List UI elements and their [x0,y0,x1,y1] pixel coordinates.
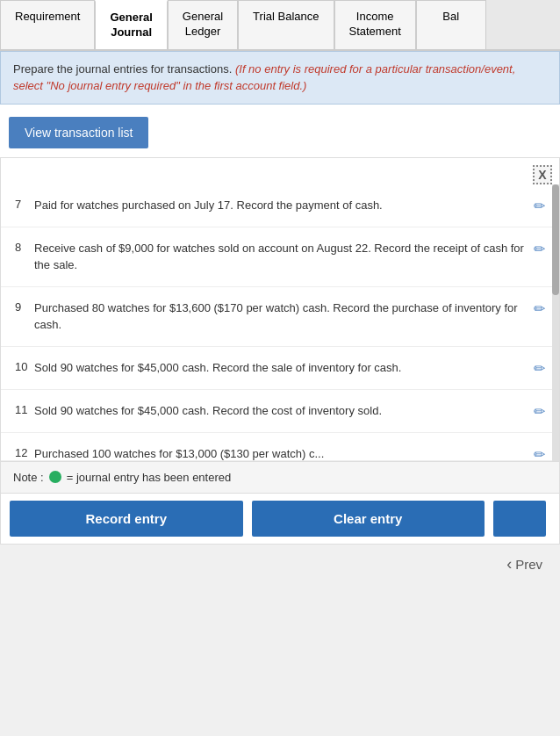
table-row: 11 Sold 90 watches for $45,000 cash. Rec… [1,390,559,433]
nav-bar: ‹ Prev [0,545,560,584]
table-row: 8 Receive cash of $9,000 for watches sol… [1,227,559,287]
close-x-button[interactable]: X [533,165,552,184]
scrollbar-thumb[interactable] [552,184,559,295]
instructions-banner: Prepare the journal entries for transact… [0,51,560,105]
table-row: 12 Purchased 100 watches for $13,000 ($1… [1,433,559,461]
note-bar: Note : = journal entry has been entered [1,461,559,493]
edit-icon[interactable]: ✏ [534,402,545,420]
edit-icon[interactable]: ✏ [534,197,545,214]
tab-balance[interactable]: Bal [416,0,486,49]
transaction-list: 7 Paid for watches purchased on July 17.… [1,184,559,461]
edit-icon[interactable]: ✏ [534,240,545,257]
scrollbar-track[interactable] [552,184,559,461]
edit-icon[interactable]: ✏ [534,299,545,317]
bottom-buttons: Record entry Clear entry [1,493,559,544]
row-number: 11 [15,402,34,416]
tabs-bar: Requirement GeneralJournal GeneralLedger… [0,0,560,51]
row-number: 12 [15,445,34,459]
row-text: Paid for watches purchased on July 17. R… [34,197,525,214]
instructions-main: Prepare the journal entries for transact… [13,62,232,76]
row-text: Purchased 100 watches for $13,000 ($130 … [34,445,525,461]
table-row: 7 Paid for watches purchased on July 17.… [1,184,559,227]
tab-general-ledger[interactable]: GeneralLedger [168,0,238,49]
table-row: 9 Purchased 80 watches for $13,600 ($170… [1,287,559,347]
transaction-list-area: X 7 Paid for watches purchased on July 1… [0,157,560,545]
tab-income-statement[interactable]: IncomeStatement [334,0,416,49]
row-text: Receive cash of $9,000 for watches sold … [34,240,525,274]
prev-label: Prev [515,557,542,572]
row-number: 8 [15,240,34,254]
edit-icon[interactable]: ✏ [534,445,545,461]
view-transactions-button[interactable]: View transaction list [9,117,148,148]
prev-arrow-icon: ‹ [506,555,512,574]
tab-trial-balance[interactable]: Trial Balance [238,0,334,49]
tab-general-journal[interactable]: GeneralJournal [95,0,167,51]
table-row: 10 Sold 90 watches for $45,000 cash. Rec… [1,347,559,390]
note-label: Note : [13,471,44,484]
next-button[interactable] [493,501,546,537]
tab-requirement[interactable]: Requirement [0,0,95,49]
row-text: Purchased 80 watches for $13,600 ($170 p… [34,299,525,334]
row-number: 7 [15,197,34,211]
clear-entry-button[interactable]: Clear entry [252,501,485,537]
edit-icon[interactable]: ✏ [534,359,545,377]
row-text: Sold 90 watches for $45,000 cash. Record… [34,359,525,377]
row-number: 9 [15,299,34,314]
row-number: 10 [15,359,34,373]
record-entry-button[interactable]: Record entry [10,501,243,537]
green-dot-icon [49,471,61,483]
prev-nav[interactable]: ‹ Prev [506,555,542,574]
row-text: Sold 90 watches for $45,000 cash. Record… [34,402,525,420]
note-text: = journal entry has been entered [67,471,232,484]
